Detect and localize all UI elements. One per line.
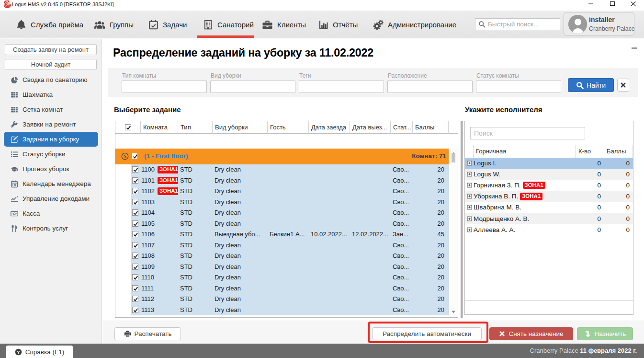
executor-column-2[interactable]: К-во: [576, 145, 604, 158]
executor-row-5[interactable]: Швабрина М. В.00: [465, 202, 633, 213]
executor-row-6[interactable]: Модрыщенко А. В.00: [465, 213, 633, 224]
executor-column-1[interactable]: Горничная: [474, 145, 576, 158]
executor-row-2[interactable]: Logus W.00: [465, 169, 633, 180]
quick-search-input[interactable]: [488, 21, 557, 28]
column-header-8[interactable]: Баллы: [413, 121, 449, 134]
print-button[interactable]: Распечатать: [114, 327, 181, 340]
expand-row-icon[interactable]: [467, 227, 472, 232]
task-row-1107[interactable]: 1107STDDry cleanСво...20: [115, 240, 449, 251]
sidebar-item-10[interactable]: Касса: [4, 206, 98, 221]
task-checkbox[interactable]: [132, 264, 138, 270]
task-row-1111[interactable]: 1111STDDry cleanСво...20: [115, 283, 449, 294]
help-button[interactable]: ?Справка (F1): [6, 346, 73, 358]
task-checkbox[interactable]: [132, 285, 138, 291]
unassign-button[interactable]: Снять назначение: [489, 327, 573, 340]
task-checkbox[interactable]: [132, 253, 138, 259]
task-checkbox[interactable]: [132, 296, 138, 302]
sidebar-item-11[interactable]: Контроль услуг: [4, 221, 98, 236]
task-checkbox[interactable]: [132, 231, 138, 237]
sidebar-item-4[interactable]: Заявки на ремонт: [4, 117, 98, 132]
column-header-3[interactable]: Вид уборки: [213, 121, 268, 134]
task-row-1102[interactable]: 1102ЗОНА1STDDry cleanСво...20: [115, 186, 449, 197]
collapse-group-icon[interactable]: [121, 152, 129, 160]
expand-row-icon[interactable]: [467, 205, 472, 210]
task-checkbox[interactable]: [132, 177, 138, 184]
window-maximize-button[interactable]: [601, 0, 623, 11]
task-checkbox[interactable]: [132, 166, 138, 173]
task-checkbox[interactable]: [132, 242, 138, 248]
sidebar-item-8[interactable]: Календарь менеджера: [4, 176, 98, 191]
executor-row-7[interactable]: Аллеева А. А.00: [465, 224, 633, 235]
task-row-1113[interactable]: 1113STDDry cleanСво...20: [115, 305, 449, 316]
column-header-6[interactable]: Дата выез...: [350, 121, 391, 134]
task-row-1106[interactable]: 1106STDВыездная убо...Белкин1 А...10.02.…: [115, 229, 449, 240]
assign-button[interactable]: Назначить: [577, 327, 633, 340]
nav-tab-briefcase[interactable]: Клиенты: [262, 13, 306, 36]
column-header-checkbox[interactable]: [115, 121, 141, 134]
filter-input-1[interactable]: [122, 81, 207, 93]
sidebar-item-6[interactable]: Статус уборки: [4, 147, 98, 162]
executor-search-input[interactable]: [471, 127, 585, 139]
panel-splitter[interactable]: [461, 121, 463, 318]
expand-row-icon[interactable]: [467, 216, 472, 221]
sidebar-item-9[interactable]: Управление доходами: [4, 191, 98, 206]
sidebar-item-label: Шахматка: [23, 91, 53, 98]
sidebar-item-1[interactable]: Сводка по санаторию: [4, 72, 98, 87]
nav-tab-gears[interactable]: Администрирование: [373, 13, 456, 36]
column-header-7[interactable]: Стат...: [391, 121, 413, 134]
task-checkbox[interactable]: [132, 209, 138, 216]
find-button[interactable]: Найти: [568, 78, 614, 92]
task-checkbox[interactable]: [132, 199, 138, 205]
column-header-1[interactable]: Комната: [141, 121, 178, 134]
task-row-1105[interactable]: 1105STDDry cleanСво...20: [115, 219, 449, 230]
tasks-vertical-scrollbar[interactable]: [449, 149, 458, 317]
night-audit-button[interactable]: Ночной аудит: [5, 59, 97, 70]
task-checkbox[interactable]: [132, 307, 138, 313]
filter-input-4[interactable]: [387, 81, 473, 93]
nav-tab-chart-bar[interactable]: Отчёты: [319, 13, 358, 36]
task-checkbox[interactable]: [132, 274, 138, 280]
column-header-5[interactable]: Дата заезда: [309, 121, 350, 134]
nav-tab-building[interactable]: Санаторий: [203, 13, 254, 36]
expand-row-icon[interactable]: [467, 183, 472, 188]
task-row-1101[interactable]: 1101ЗОНА1STDDry cleanСво...20: [115, 175, 449, 186]
task-row-1109[interactable]: 1109STDDry cleanСво...20: [115, 262, 449, 273]
expand-row-icon[interactable]: [467, 161, 472, 166]
executor-row-4[interactable]: Уборкина В. П.ЗОНА100: [465, 191, 633, 202]
sidebar-item-7[interactable]: Прогноз уборок: [4, 162, 98, 176]
task-row-1108[interactable]: 1108STDDry cleanСво...20: [115, 251, 449, 262]
task-checkbox[interactable]: [132, 220, 138, 227]
task-checkbox[interactable]: [132, 188, 138, 194]
filter-input-2[interactable]: [210, 81, 295, 93]
sidebar-item-3[interactable]: Сетка комнат: [4, 102, 98, 117]
executor-row-3[interactable]: Горничная З. П.ЗОНА100: [465, 180, 633, 191]
scrollbar-thumb[interactable]: [452, 153, 455, 162]
expand-row-icon[interactable]: [467, 194, 472, 199]
filter-input-3[interactable]: [299, 81, 384, 93]
expand-row-icon[interactable]: [467, 172, 472, 177]
column-header-4[interactable]: Гость: [268, 121, 309, 134]
window-close-button[interactable]: [622, 0, 644, 11]
scrollbar-down-icon[interactable]: [452, 308, 455, 315]
user-card[interactable]: installerCranberry Palace: [564, 12, 634, 35]
nav-tab-bell[interactable]: Служба приёма: [16, 13, 83, 36]
task-row-1100[interactable]: 1100ЗОНА1STDDry cleanСво...20: [115, 164, 449, 175]
task-row-1104[interactable]: 1104STDDry cleanСво...20: [115, 208, 449, 219]
task-row-1110[interactable]: 1110STDDry cleanСво...20: [115, 272, 449, 283]
group-checkbox[interactable]: [132, 153, 138, 159]
window-minimize-button[interactable]: [580, 0, 601, 11]
filter-input-5[interactable]: [476, 81, 561, 93]
executor-column-3[interactable]: Баллы: [604, 145, 633, 158]
collapse-panel-icon[interactable]: [632, 47, 637, 49]
task-row-1112[interactable]: 1112STDDry cleanСво...20: [115, 294, 449, 305]
nav-tab-calendar-check[interactable]: Задачи: [148, 13, 187, 36]
column-header-2[interactable]: Тип: [178, 121, 213, 134]
nav-tab-users[interactable]: Группы: [94, 13, 134, 36]
group-row-first-floor[interactable]: (1 - First floor)Комнат: 71: [115, 149, 449, 164]
task-row-1103[interactable]: 1103STDDry cleanСво...20: [115, 197, 449, 208]
sidebar-item-5[interactable]: Задания на уборку: [4, 132, 98, 147]
clear-filters-button[interactable]: [617, 79, 629, 92]
executor-row-1[interactable]: Logus I.00: [465, 158, 633, 169]
create-repair-request-button[interactable]: Создать заявку на ремонт: [5, 44, 97, 55]
sidebar-item-2[interactable]: Шахматка: [4, 87, 98, 102]
